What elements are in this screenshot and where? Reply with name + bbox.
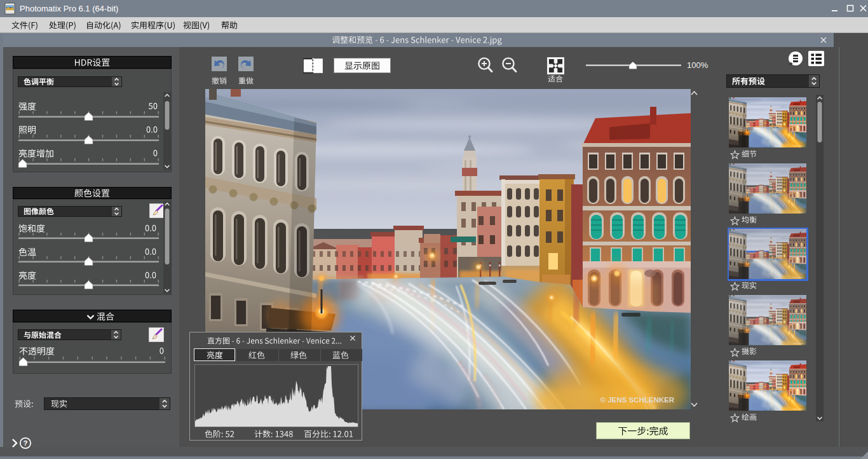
svg-text:?: ? (23, 439, 27, 447)
